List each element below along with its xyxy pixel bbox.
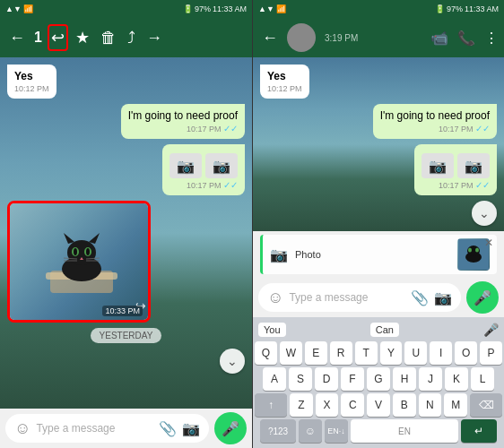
key-H[interactable]: H [393,367,416,391]
close-reply-button[interactable]: ✕ [484,237,493,249]
key-J[interactable]: J [419,367,442,391]
message-time: 10:17 PM ✓✓ [169,180,238,190]
photo-time: 10:33 PM [102,306,143,316]
reply-button[interactable]: ↩ [48,24,68,51]
language-key[interactable]: EN·↓ [325,419,348,443]
time-display: 11:33 AM [213,4,247,13]
enter-key[interactable]: ↵ [461,419,497,443]
key-L[interactable]: L [471,367,494,391]
forward-button[interactable]: → [143,25,166,51]
message-cameras-r: 📷 📷 10:17 PM ✓✓ [414,144,497,195]
back-button[interactable]: ← [5,25,29,51]
read-check: ✓✓ [223,180,238,190]
key-I[interactable]: I [430,341,452,365]
key-X[interactable]: X [316,393,339,417]
message-input-right[interactable]: ☺ Type a message 📎 📷 [258,283,461,312]
voice-call-button[interactable]: 📞 [457,30,475,47]
mic-button-r[interactable]: 🎤 [466,281,499,314]
status-right-info-r: 🔋 97% 11:33 AM [435,4,499,13]
backspace-key[interactable]: ⌫ [470,393,502,417]
numbers-key[interactable]: ?123 [260,419,296,443]
message-cameras: 📷 📷 10:17 PM ✓✓ [162,144,245,195]
message-time-r: 10:17 PM ✓✓ [421,180,490,190]
svg-point-9 [86,248,90,255]
message-cat-photo: ↪ 10:33 PM [7,201,151,323]
mic-button[interactable]: 🎤 [214,412,247,444]
status-right-info: 🔋 97% 11:33 AM [183,4,247,13]
left-phone-screen: ▲▼ 📶 🔋 97% 11:33 AM ← 1 ↩ ★ 🗑 ⤴ → Yes 10… [0,0,252,448]
keyboard-row-2: A S D F G H J K L [255,367,502,391]
keyboard-suggestions-row: You Can 🎤 [255,321,502,339]
suggestion-can[interactable]: Can [370,323,399,337]
share-button[interactable]: ⤴ [124,25,139,51]
input-bar-left: ☺ Type a message 📎 📷 🎤 [0,409,252,448]
reply-label: Photo [295,249,450,260]
keyboard-row-1: Q W E R T Y U I O P [255,341,502,365]
message-placeholder[interactable]: Type a message [36,422,153,435]
contact-avatar [287,23,316,52]
chat-messages-right: Yes 10:12 PM I'm going to need proof 10:… [260,65,497,226]
attachment-button-r[interactable]: 📎 [411,289,429,306]
message-placeholder-r[interactable]: Type a message [289,291,405,304]
key-R[interactable]: R [330,341,352,365]
svg-marker-4 [64,233,74,244]
key-F[interactable]: F [341,367,364,391]
emoji-button[interactable]: ☺ [14,419,30,438]
emoji-key[interactable]: ☺ [299,419,322,443]
key-V[interactable]: V [367,393,390,417]
svg-point-18 [468,248,472,253]
camera-button[interactable]: 📷 [182,420,200,437]
star-button[interactable]: ★ [72,24,93,51]
scroll-down-button[interactable]: ⌄ [220,349,245,374]
battery-icon-r: 🔋 [435,4,445,13]
key-W[interactable]: W [280,341,302,365]
message-text: Yes [267,70,286,82]
key-Y[interactable]: Y [380,341,403,365]
battery-icon: 🔋 [183,4,193,13]
key-A[interactable]: A [263,367,286,391]
key-D[interactable]: D [315,367,338,391]
key-Z[interactable]: Z [290,393,313,417]
key-M[interactable]: M [444,393,467,417]
read-check-r2: ✓✓ [475,180,490,190]
status-left-icons-r: ▲▼ 📶 [258,4,286,13]
key-U[interactable]: U [404,341,427,365]
back-button-r[interactable]: ← [258,25,282,51]
message-proof-right-r: I'm going to need proof 10:17 PM ✓✓ [373,104,497,139]
key-C[interactable]: C [341,393,364,417]
status-bar-left: ▲▼ 📶 🔋 97% 11:33 AM [0,0,252,18]
key-G[interactable]: G [367,367,390,391]
key-K[interactable]: K [445,367,468,391]
on-screen-keyboard: You Can 🎤 Q W E R T Y U I O P A S D [253,317,504,448]
read-check-r: ✓✓ [475,124,490,134]
key-S[interactable]: S [289,367,312,391]
top-action-icons: 📹 📞 ⋮ [430,30,499,47]
camera-button-r[interactable]: 📷 [434,289,452,306]
message-time: 10:17 PM ✓✓ [128,124,238,134]
emoji-button-r[interactable]: ☺ [267,289,283,307]
message-input-box[interactable]: ☺ Type a message 📎 📷 [5,414,209,443]
key-B[interactable]: B [393,393,416,417]
time-display-r: 11:33 AM [465,4,499,13]
spacebar-key[interactable]: EN [351,419,458,443]
chat-messages: Yes 10:12 PM I'm going to need proof 10:… [7,65,245,401]
signal-icon-r: ▲▼ [258,4,274,13]
video-call-button[interactable]: 📹 [430,30,448,47]
key-N[interactable]: N [419,393,442,417]
message-text: I'm going to need proof [128,109,238,122]
keyboard-mic-icon[interactable]: 🎤 [483,323,499,337]
key-T[interactable]: T [355,341,378,365]
more-options-button[interactable]: ⋮ [484,30,499,47]
delete-button[interactable]: 🗑 [97,25,120,51]
shift-key[interactable]: ↑ [255,393,287,417]
scroll-down-button-r[interactable]: ⌄ [472,201,497,226]
key-P[interactable]: P [480,341,502,365]
attachment-button[interactable]: 📎 [159,420,177,437]
cat-photo-image: ↪ [10,203,151,320]
key-Q[interactable]: Q [255,341,277,365]
camera-icons-row-r: 📷 📷 [421,153,490,178]
camera-icon-r-1: 📷 [421,153,454,178]
key-O[interactable]: O [455,341,477,365]
suggestion-you[interactable]: You [258,323,286,337]
key-E[interactable]: E [305,341,327,365]
